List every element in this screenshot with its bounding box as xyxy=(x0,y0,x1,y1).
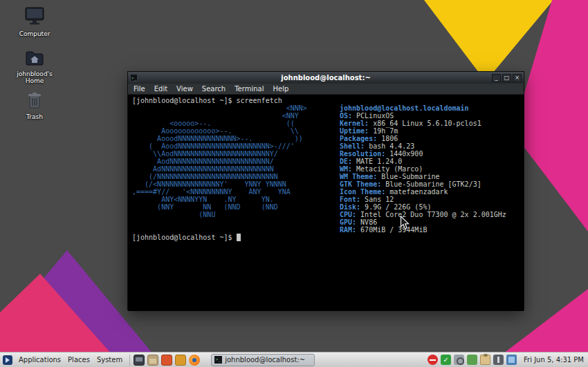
window-title: johnblood@localhost:~ xyxy=(128,74,524,82)
info-row: Icon Theme:matefaenzadark xyxy=(340,188,506,196)
menu-terminal[interactable]: Terminal xyxy=(235,85,264,93)
info-row: Disk:9.9G / 226G (5%) xyxy=(340,203,506,211)
info-row: Font:Sans 12 xyxy=(340,196,506,203)
power-icon[interactable] xyxy=(493,355,504,365)
screenfetch-host: johnblood@localhost.localdomain xyxy=(340,104,506,112)
info-row: Kernel:x86_64 Linux 5.6.10-pclos1 xyxy=(340,120,506,127)
info-row: Uptime:19h 7m xyxy=(340,127,506,135)
menu-places[interactable]: Places xyxy=(64,356,93,364)
network-icon[interactable] xyxy=(467,355,477,365)
terminal-icon: >_ xyxy=(214,356,222,364)
package-manager-launcher-icon[interactable] xyxy=(161,355,172,366)
security-ok-icon[interactable]: ✓ xyxy=(441,355,451,365)
desktop: Computer johnblood's Home Trash >_ johnb… xyxy=(0,0,588,367)
firefox-launcher-icon[interactable] xyxy=(189,355,200,366)
desktop-icon-label: johnblood's Home xyxy=(12,70,57,84)
minimize-button[interactable]: _ xyxy=(492,74,501,82)
panel-menus: Applications Places System xyxy=(0,355,200,366)
file-manager-launcher-icon[interactable] xyxy=(147,355,158,366)
info-row: Resolution:1440x900 xyxy=(340,150,506,158)
desktop-icon-home[interactable]: johnblood's Home xyxy=(12,50,57,84)
info-row: OS:PCLinuxOS xyxy=(340,112,506,120)
shell-prompt: [johnblood@localhost ~]$ xyxy=(132,234,232,241)
info-row: WM Theme:Blue-Submarine xyxy=(340,173,506,180)
shell-prompt: [johnblood@localhost ~]$ xyxy=(132,97,232,104)
current-prompt-line: [johnblood@localhost ~]$ xyxy=(132,234,520,241)
terminal-window: >_ johnblood@localhost:~ _ □ × File Edit… xyxy=(127,71,524,310)
update-blocked-icon[interactable] xyxy=(428,355,438,365)
info-row: DE:MATE 1.24.0 xyxy=(340,158,506,165)
menu-file[interactable]: File xyxy=(134,85,145,93)
menu-edit[interactable]: Edit xyxy=(154,85,167,93)
desktop-icon-computer[interactable]: Computer xyxy=(12,7,57,37)
info-row: CPU:Intel Core2 Duo T7300 @ 2x 2.001GHz xyxy=(340,211,506,218)
info-row: RAM:670MiB / 3944MiB xyxy=(340,226,506,234)
mouse-cursor xyxy=(400,216,410,230)
clipboard-icon[interactable] xyxy=(480,355,490,365)
terminal-body[interactable]: [johnblood@localhost ~]$screenfetch <NNN… xyxy=(128,95,524,311)
window-titlebar[interactable]: >_ johnblood@localhost:~ _ □ × xyxy=(128,72,524,84)
maximize-button[interactable]: □ xyxy=(502,74,511,82)
pclinuxos-menu-icon[interactable] xyxy=(3,355,12,365)
desktop-icon-trash[interactable]: Trash xyxy=(12,91,57,120)
trash-icon xyxy=(26,91,43,109)
system-tray: ✓ Fri Jun 5, 4:31 PM xyxy=(428,355,588,365)
search-icon[interactable] xyxy=(454,355,464,365)
screenfetch-info: johnblood@localhost.localdomain OS:PCLin… xyxy=(340,104,506,234)
desktop-icon-label: Computer xyxy=(12,30,57,37)
screenfetch-output: <NNN> <NNY <ooooo>--. (( Aoooooooooooo>-… xyxy=(132,104,520,234)
screen-launcher-icon[interactable] xyxy=(134,355,145,366)
menu-search[interactable]: Search xyxy=(202,85,226,93)
display-icon[interactable] xyxy=(506,355,517,365)
menu-applications[interactable]: Applications xyxy=(15,356,64,364)
pclinuxos-ascii-logo: <NNN> <NNY <ooooo>--. (( Aoooooooooooo>-… xyxy=(132,104,340,234)
home-folder-icon xyxy=(25,50,44,66)
panel-separator xyxy=(129,355,130,366)
terminal-cursor xyxy=(237,234,241,241)
info-row: GPU:NV86 xyxy=(340,218,506,226)
command-text: screenfetch xyxy=(237,97,282,104)
computer-icon xyxy=(24,7,45,26)
menu-system[interactable]: System xyxy=(93,356,126,364)
menu-help[interactable]: Help xyxy=(273,85,288,93)
close-button[interactable]: × xyxy=(513,74,522,82)
bottom-panel: Applications Places System >_ johnblood@… xyxy=(0,352,588,367)
taskbar-window-title: johnblood@localhost:~ xyxy=(225,356,305,364)
menu-view[interactable]: View xyxy=(176,85,193,93)
info-row: Shell:bash 4.4.23 xyxy=(340,142,506,150)
panel-launchers xyxy=(134,355,200,366)
info-row: Packages:1806 xyxy=(340,135,506,142)
info-row: GTK Theme:Blue-Submarine [GTK2/3] xyxy=(340,180,506,188)
desktop-icon-label: Trash xyxy=(12,113,57,120)
panel-clock[interactable]: Fri Jun 5, 4:31 PM xyxy=(524,356,584,364)
software-launcher-icon[interactable] xyxy=(175,355,186,366)
terminal-menubar: File Edit View Search Terminal Help xyxy=(128,84,524,95)
taskbar-window-button[interactable]: >_ johnblood@localhost:~ xyxy=(211,354,315,366)
command-line: [johnblood@localhost ~]$screenfetch xyxy=(132,97,520,104)
info-row: WM:Metacity (Marco) xyxy=(340,165,506,173)
